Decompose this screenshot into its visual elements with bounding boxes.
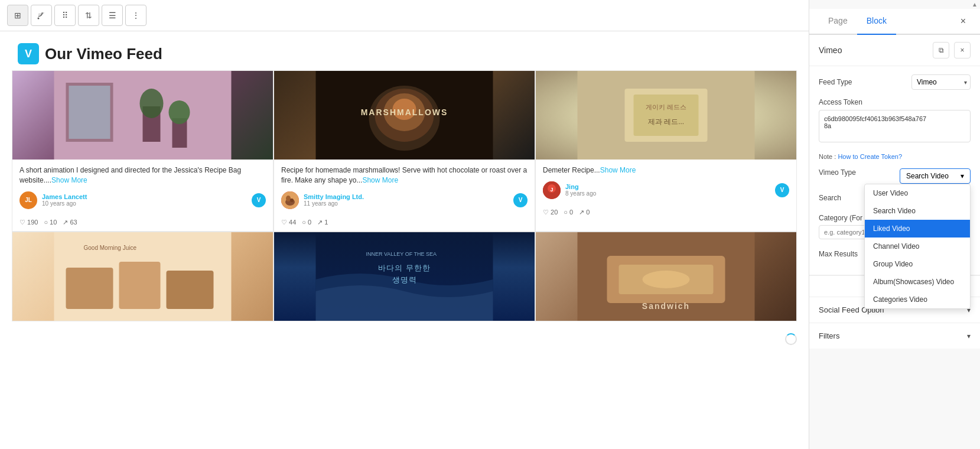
card-2-desc: Recipe for homemade marshmallows! Serve … (281, 165, 528, 186)
create-token-link[interactable]: How to Create Token? (838, 153, 902, 160)
svg-text:J: J (550, 187, 553, 193)
card-1-likes: ♡ 190 (19, 219, 38, 226)
vimeo-type-dropdown: Search Video ▾ User Video Search Video L… (900, 168, 971, 184)
card-3-show-more[interactable]: Show More (600, 166, 636, 174)
loading-area (0, 321, 809, 357)
vimeo-type-label: Vimeo Type (819, 168, 856, 177)
card-1-shares: ↗ 63 (63, 219, 77, 226)
feed-type-label: Feed Type (819, 78, 852, 86)
dots-button[interactable]: ⠿ (54, 5, 76, 26)
option-liked-video[interactable]: Liked Video (865, 220, 970, 237)
card-1-vimeo-icon: V (252, 193, 266, 207)
rss-button[interactable] (31, 5, 52, 26)
feed-grid: A short animation I designed and directe… (0, 70, 809, 321)
card-3-thumbnail: 제과 레드... 게이키 레드스 (536, 71, 796, 160)
svg-text:Good Morning Juice: Good Morning Juice (84, 245, 137, 251)
card-2-time: 11 years ago (304, 200, 509, 207)
card-1-show-more[interactable]: Show More (51, 176, 87, 184)
card-2-show-more[interactable]: Show More (362, 176, 398, 184)
card-2-body: Recipe for homemade marshmallows! Serve … (274, 160, 535, 215)
svg-text:게이키 레드스: 게이키 레드스 (646, 103, 686, 110)
feed-title: Our Vimeo Feed (45, 45, 162, 63)
svg-point-16 (286, 196, 291, 201)
card-3-shares: ↗ 0 (579, 209, 590, 216)
card-2-stats: ♡ 44 ○ 0 ↗ 1 (274, 215, 535, 231)
option-channel-video[interactable]: Channel Video (865, 237, 970, 255)
toolbar: ⊞ ⠿ ⇅ ☰ ⋮ (0, 0, 809, 31)
vimeo-logo: V (18, 43, 39, 64)
card-3-body: Demeter Recipe...Show More J Jing 8 year… (536, 160, 796, 205)
card-1-avatar: JL (19, 191, 37, 209)
feed-card-3: 제과 레드... 게이키 레드스 Demeter Recipe...Show M… (535, 70, 797, 232)
copy-icon-btn[interactable]: ⧉ (933, 42, 949, 58)
dropdown-chevron: ▾ (961, 172, 964, 180)
card-2-meta: Smitty Imaging Ltd. 11 years ago V (281, 191, 528, 209)
card-1-time: 10 years ago (42, 200, 247, 207)
panel-close-button[interactable]: × (956, 9, 971, 34)
widget-title: Vimeo (819, 45, 842, 55)
panel-tabs: Page Block × (809, 9, 980, 35)
card-2-vimeo-icon: V (513, 193, 528, 207)
feed-type-select[interactable]: Vimeo (911, 74, 971, 90)
card-3-vimeo-icon: V (775, 183, 789, 197)
option-search-video[interactable]: Search Video (865, 202, 970, 220)
vimeo-type-menu: User Video Search Video Liked Video Chan… (864, 184, 971, 309)
main-content: ⊞ ⠿ ⇅ ☰ ⋮ V Our Vimeo Feed (0, 0, 809, 449)
card-1-body: A short animation I designed and directe… (12, 160, 273, 215)
svg-text:바다의 무한한: 바다의 무한한 (378, 263, 431, 272)
note-label: Note : (819, 153, 836, 160)
more-button[interactable]: ⋮ (125, 5, 146, 26)
svg-text:Sandwich: Sandwich (642, 301, 690, 311)
svg-rect-28 (119, 262, 161, 309)
card-1-comments: ○ 10 (44, 219, 57, 226)
grid-view-button[interactable]: ⊞ (7, 5, 28, 26)
filters-header[interactable]: Filters ▾ (809, 323, 980, 349)
feed-card-4: Good Morning Juice (12, 232, 274, 321)
option-album-video[interactable]: Album(Showcases) Video (865, 273, 970, 291)
option-group-video[interactable]: Group Video (865, 255, 970, 273)
card-4-thumbnail: Good Morning Juice (12, 232, 273, 321)
filters-label: Filters (819, 331, 839, 340)
access-token-section: Access Token c6db980095fcf40613b963f548a… (819, 98, 971, 145)
svg-point-7 (169, 100, 190, 124)
svg-rect-27 (66, 268, 113, 309)
feed-type-select-wrapper: Vimeo (911, 74, 971, 90)
max-results-label: Max Results (819, 250, 858, 258)
scroll-up-btn[interactable]: ▲ (972, 1, 978, 8)
up-down-button[interactable]: ⇅ (78, 5, 99, 26)
card-3-likes: ♡ 20 (543, 209, 558, 216)
feed-card-5: 바다의 무한한 생명력 INNER VALLEY OF THE SEA (274, 232, 535, 321)
feed-header: V Our Vimeo Feed (0, 31, 809, 70)
card-3-meta: J Jing 8 years ago V (543, 181, 789, 199)
card-3-avatar: J (543, 181, 561, 199)
feed-card-1: A short animation I designed and directe… (12, 70, 274, 232)
svg-rect-20 (634, 95, 699, 136)
tab-page[interactable]: Page (819, 9, 857, 35)
svg-point-38 (643, 271, 690, 288)
vimeo-type-trigger[interactable]: Search Video ▾ (900, 168, 971, 184)
align-button[interactable]: ☰ (102, 5, 123, 26)
scroll-up-area: ▲ (809, 0, 980, 9)
card-3-time: 8 years ago (565, 190, 770, 197)
feed-type-row: Feed Type Vimeo (819, 74, 971, 90)
card-1-stats: ♡ 190 ○ 10 ↗ 63 (12, 215, 273, 231)
access-token-input[interactable]: c6db980095fcf40613b963f548a767 8a (819, 110, 971, 142)
card-2-author-name: Smitty Imaging Ltd. (304, 193, 509, 200)
panel-form: Feed Type Vimeo Access Token c6db980095f… (809, 66, 980, 275)
tab-block[interactable]: Block (857, 9, 896, 35)
right-panel: ▲ Page Block × Vimeo ⧉ × Feed Type Vimeo… (809, 0, 980, 449)
svg-text:제과 레드...: 제과 레드... (648, 118, 684, 126)
search-label: Search (819, 194, 841, 202)
svg-point-0 (38, 18, 40, 19)
widget-header: Vimeo ⧉ × (809, 35, 980, 66)
card-1-meta: JL James Lancett 10 years ago V (19, 191, 266, 209)
option-categories-video[interactable]: Categories Video (865, 291, 970, 308)
card-3-author-info: Jing 8 years ago (565, 183, 770, 197)
card-3-desc: Demeter Recipe...Show More (543, 165, 789, 175)
svg-point-5 (140, 89, 164, 118)
close-widget-btn[interactable]: × (954, 42, 971, 58)
option-user-video[interactable]: User Video (865, 184, 970, 202)
vimeo-type-value: Search Video (906, 172, 949, 180)
card-2-comments: ○ 0 (302, 219, 311, 226)
card-2-likes: ♡ 44 (281, 219, 296, 226)
